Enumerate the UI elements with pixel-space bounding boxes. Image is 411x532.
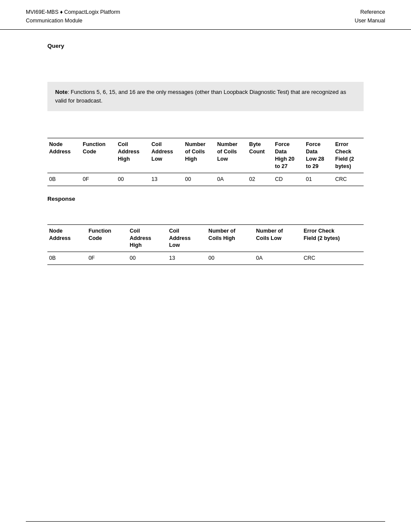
- table-cell: CD: [273, 173, 304, 186]
- table-cell: 0A: [254, 252, 302, 265]
- table-cell: CRC: [333, 173, 364, 186]
- header-product: MVI69E-MBS ♦ CompactLogix Platform: [26, 8, 120, 16]
- table-cell: 0B: [47, 252, 87, 265]
- table-cell: CRC: [302, 252, 364, 265]
- response-table-container: NodeAddress FunctionCode CoilAddressHigh…: [47, 224, 364, 265]
- response-table: NodeAddress FunctionCode CoilAddressHigh…: [47, 224, 364, 265]
- main-content: Query Note: Functions 5, 6, 15, and 16 a…: [0, 30, 411, 282]
- query-col-node-address: NodeAddress: [47, 138, 81, 173]
- page-header: MVI69E-MBS ♦ CompactLogix Platform Commu…: [0, 0, 411, 30]
- response-col-function-code: FunctionCode: [87, 224, 128, 252]
- table-cell: 0F: [87, 252, 128, 265]
- query-col-num-coils-low: Numberof CoilsLow: [215, 138, 247, 173]
- response-table-header-row: NodeAddress FunctionCode CoilAddressHigh…: [47, 224, 364, 252]
- page-wrapper: MVI69E-MBS ♦ CompactLogix Platform Commu…: [0, 0, 411, 532]
- table-row: 0B0F0013000ACRC: [47, 252, 364, 265]
- header-doc-type: Reference: [355, 8, 385, 16]
- response-col-coil-addr-high: CoilAddressHigh: [128, 224, 167, 252]
- query-col-error-check: ErrorCheckField (2bytes): [333, 138, 364, 173]
- table-cell: 13: [167, 252, 206, 265]
- response-col-coil-addr-low: CoilAddressLow: [167, 224, 206, 252]
- response-col-node-address: NodeAddress: [47, 224, 87, 252]
- query-col-coil-addr-low: CoilAddressLow: [150, 138, 184, 173]
- query-table: NodeAddress FunctionCode CoilAddressHigh…: [47, 138, 364, 186]
- table-cell: 13: [150, 173, 184, 186]
- query-col-force-data-high: ForceDataHigh 20to 27: [273, 138, 304, 173]
- response-col-num-coils-high: Number ofCoils High: [207, 224, 254, 252]
- table-cell: 00: [207, 252, 254, 265]
- table-cell: 02: [247, 173, 273, 186]
- table-cell: 0B: [47, 173, 81, 186]
- response-col-error-check: Error CheckField (2 bytes): [302, 224, 364, 252]
- query-table-header-row: NodeAddress FunctionCode CoilAddressHigh…: [47, 138, 364, 173]
- table-cell: 0F: [81, 173, 116, 186]
- table-row: 0B0F0013000A02CD01CRC: [47, 173, 364, 186]
- query-col-function-code: FunctionCode: [81, 138, 116, 173]
- page-footer: [26, 521, 385, 524]
- query-table-container: NodeAddress FunctionCode CoilAddressHigh…: [47, 138, 364, 186]
- table-cell: 00: [184, 173, 215, 186]
- note-text: : Functions 5, 6, 15, and 16 are the onl…: [55, 89, 346, 104]
- note-box: Note: Functions 5, 6, 15, and 16 are the…: [47, 82, 364, 111]
- table-cell: 00: [128, 252, 167, 265]
- query-col-num-coils-high: Numberof CoilsHigh: [184, 138, 215, 173]
- response-col-num-coils-low: Number ofCoils Low: [254, 224, 302, 252]
- table-cell: 0A: [215, 173, 247, 186]
- response-title: Response: [47, 196, 364, 202]
- table-cell: 01: [304, 173, 333, 186]
- query-title: Query: [47, 43, 364, 49]
- query-col-coil-addr-high: CoilAddressHigh: [116, 138, 150, 173]
- note-label: Note: [55, 89, 68, 95]
- header-module: Communication Module: [26, 16, 120, 25]
- table-cell: 00: [116, 173, 150, 186]
- query-col-byte-count: ByteCount: [247, 138, 273, 173]
- header-doc-name: User Manual: [355, 16, 385, 25]
- query-col-force-data-low: ForceDataLow 28to 29: [304, 138, 333, 173]
- header-right: Reference User Manual: [355, 8, 385, 25]
- header-left: MVI69E-MBS ♦ CompactLogix Platform Commu…: [26, 8, 120, 25]
